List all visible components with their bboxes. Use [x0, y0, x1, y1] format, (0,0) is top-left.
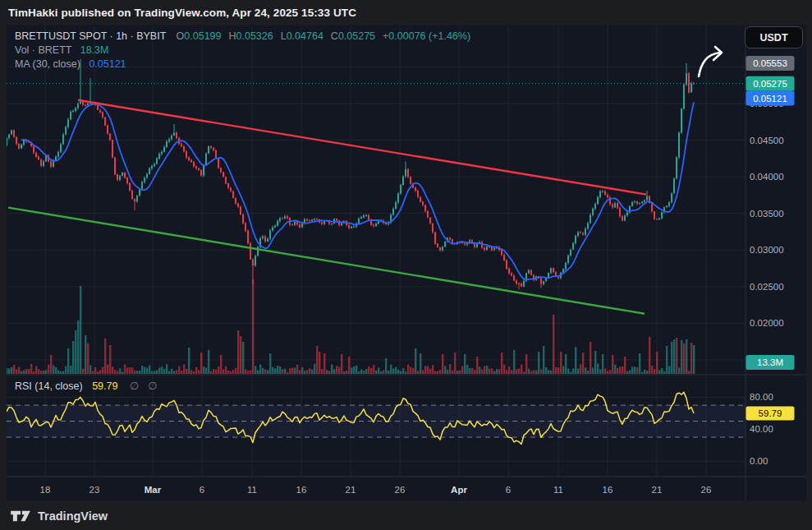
ohlc-letter: C [331, 30, 338, 42]
price-scale-label-ma-value: 0.05121 [746, 91, 795, 106]
time-tick: 21 [652, 485, 663, 495]
svg-text:13.3M: 13.3M [757, 357, 783, 367]
price-scale-label-high-marker: 0.05553 [746, 56, 795, 71]
svg-text:0.05121: 0.05121 [753, 94, 787, 104]
price-tick: 0.02500 [750, 282, 784, 292]
ohlc-value: 0.05275 [338, 30, 375, 42]
price-tick: 0.03000 [750, 245, 784, 255]
tradingview-logo [10, 508, 31, 524]
hide-indicator-icon[interactable]: ∅ [148, 380, 157, 392]
rsi-tick: 0.00 [750, 456, 768, 466]
time-tick: 6 [200, 485, 204, 495]
rsi-legend: RSI (14, close) 59.79 ∅∅ [15, 379, 158, 394]
rsi-legend-title: RSI (14, close) [15, 380, 83, 392]
time-tick: 23 [89, 485, 100, 495]
symbol-title[interactable]: BRETTUSDT SPOT · 1h · BYBIT [15, 30, 166, 42]
rsi-tick: 80.00 [750, 392, 773, 402]
ma-legend: MA (30, close) 0.05121 [15, 58, 126, 71]
ohlc-value: 0.04764 [287, 30, 323, 42]
rsi-legend-icons: ∅∅ [121, 380, 158, 392]
tradingview-footer: TradingView [0, 501, 812, 530]
price-scale-label-volume-value: 13.3M [746, 355, 795, 370]
ohlc-letter: L [281, 30, 287, 42]
price-tick: 0.03500 [750, 209, 784, 219]
chart-canvas[interactable]: 0.055000.050000.045000.040000.035000.030… [7, 25, 806, 501]
svg-text:59.79: 59.79 [759, 408, 782, 418]
svg-text:0.05275: 0.05275 [753, 79, 787, 89]
time-tick: 16 [296, 485, 307, 495]
ohlc-letter: H [228, 30, 236, 42]
change-value: +0.00076 (+1.46%) [383, 30, 470, 42]
price-tick: 0.04500 [750, 136, 784, 145]
ohlc-value: 0.05199 [184, 30, 221, 42]
screenshot-root: TimHakki published on TradingView.com, A… [0, 0, 812, 530]
rsi-legend-value: 59.79 [92, 380, 117, 392]
time-tick: Mar [145, 485, 162, 495]
time-tick: 21 [346, 485, 356, 495]
time-tick: 26 [395, 485, 406, 495]
price-scale-label-last-price: 0.05275 [746, 76, 795, 91]
time-tick: 16 [603, 485, 613, 495]
ohlc-value: 0.05326 [236, 30, 273, 42]
ohlc-values: O0.05199H0.05326L0.04764C0.05275+0.00076… [169, 30, 471, 42]
volume-legend-value: 18.3M [80, 44, 109, 56]
price-tick: 0.04000 [750, 172, 784, 182]
ma-legend-label: MA (30, close) [15, 58, 80, 70]
volume-legend: Vol · BRETT 18.3M [15, 44, 108, 58]
time-tick: 6 [506, 485, 511, 495]
time-tick: Apr [451, 485, 467, 495]
time-tick: 18 [40, 485, 51, 495]
svg-text:0.05553: 0.05553 [753, 58, 787, 68]
currency-toggle-button[interactable]: USDT [745, 26, 803, 48]
volume-legend-label: Vol · BRETT [15, 44, 71, 56]
footer-brand-text: TradingView [38, 509, 108, 523]
attribution-bar: TimHakki published on TradingView.com, A… [0, 0, 812, 25]
ohlc-letter: O [177, 30, 185, 42]
rsi-tick: 40.00 [750, 424, 773, 434]
time-tick: 26 [701, 485, 712, 495]
attribution-text: TimHakki published on TradingView.com, A… [8, 7, 356, 19]
time-tick: 11 [247, 485, 257, 495]
symbol-legend: BRETTUSDT SPOT · 1h · BYBIT O0.05199H0.0… [15, 30, 470, 44]
hide-indicator-icon[interactable]: ∅ [130, 380, 139, 392]
time-tick: 11 [553, 485, 563, 495]
chart-widget: 0.055000.050000.045000.040000.035000.030… [7, 25, 806, 501]
ma-legend-value: 0.05121 [89, 58, 126, 70]
price-tick: 0.02000 [750, 318, 784, 328]
rsi-value-label: 59.79 [746, 407, 795, 421]
